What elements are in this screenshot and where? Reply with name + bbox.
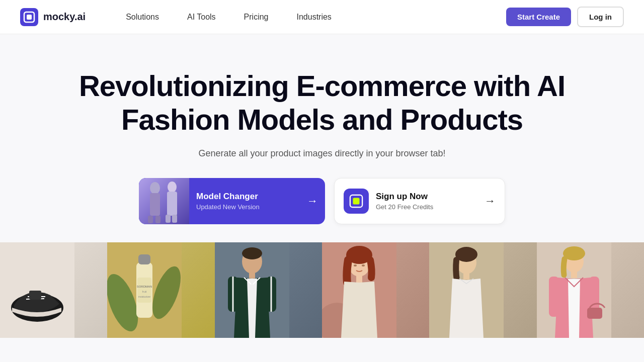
svg-text:moisturizer: moisturizer [138,295,151,298]
nav-ai-tools[interactable]: AI Tools [187,13,216,22]
image-strip: SORDMAN fruit moisturizer [0,242,644,338]
model-changer-subtitle: Updated New Version [196,203,302,211]
svg-point-41 [354,264,357,266]
nav-links: Solutions AI Tools Pricing Industries [126,13,506,22]
strip-image-man [215,242,322,338]
svg-point-7 [168,182,177,193]
model-changer-info: Model Changer Updated New Version [189,192,302,211]
mocky-icon [349,194,363,208]
navbar: mocky.ai Solutions AI Tools Pricing Indu… [0,0,644,34]
svg-rect-8 [167,192,177,216]
cosmetic-tube-icon: SORDMAN fruit moisturizer [107,242,182,338]
svg-rect-10 [172,215,177,223]
svg-rect-2 [27,15,32,20]
hero-subtitle: Generate all your product images directl… [198,148,445,159]
nav-actions: Start Create Log in [506,7,624,27]
login-button[interactable]: Log in [577,7,624,27]
svg-rect-6 [155,216,160,223]
signup-card[interactable]: Sign up Now Get 20 Free Credits → [334,178,505,224]
start-create-button[interactable]: Start Create [506,8,571,26]
nav-pricing[interactable]: Pricing [244,13,269,22]
model-figures-icon [139,178,189,224]
svg-rect-30 [249,272,255,279]
cta-cards: Model Changer Updated New Version → Sign… [139,178,505,224]
strip-image-cosmetic: SORDMAN fruit moisturizer [107,242,214,338]
logo-icon [20,8,38,26]
woman-red-icon [322,242,396,338]
svg-rect-54 [587,308,602,319]
svg-rect-5 [148,216,153,223]
model-changer-image [139,178,189,224]
svg-rect-4 [150,193,160,216]
strip-image-woman-red [322,242,429,338]
model-changer-title: Model Changer [196,192,302,202]
signup-title: Sign up Now [376,192,485,202]
logo-text: mocky.ai [43,11,86,23]
svg-rect-9 [166,215,171,223]
svg-rect-47 [463,273,469,280]
svg-rect-40 [356,275,362,283]
hero-section: Revolutionizing E-commerce with AI Fashi… [0,34,644,338]
model-changer-card[interactable]: Model Changer Updated New Version → [139,178,325,224]
strip-image-woman-pink [537,242,644,338]
svg-rect-52 [549,277,559,317]
svg-rect-51 [571,271,577,278]
signup-arrow-icon: → [485,195,496,208]
svg-text:SORDMAN: SORDMAN [137,285,152,288]
svg-rect-17 [29,291,41,300]
nav-solutions[interactable]: Solutions [126,13,159,22]
strip-image-woman-wall [429,242,536,338]
svg-rect-12 [353,198,359,205]
svg-rect-13 [0,242,74,338]
model-changer-arrow-icon: → [307,195,318,208]
svg-point-42 [362,264,365,266]
woman-wall-icon [429,242,504,338]
nav-industries[interactable]: Industries [296,13,331,22]
sneaker-icon [0,242,74,338]
signup-icon [344,189,369,214]
strip-image-sneaker [0,242,107,338]
hero-title: Revolutionizing E-commerce with AI Fashi… [45,69,599,136]
svg-point-29 [242,247,262,259]
woman-pink-icon [537,242,611,338]
svg-rect-26 [138,254,150,264]
logo-link[interactable]: mocky.ai [20,8,86,26]
svg-text:fruit: fruit [142,290,147,293]
svg-point-3 [150,182,160,194]
signup-subtitle: Get 20 Free Credits [376,203,485,211]
man-model-icon [215,242,289,338]
signup-info: Sign up Now Get 20 Free Credits [369,192,485,211]
